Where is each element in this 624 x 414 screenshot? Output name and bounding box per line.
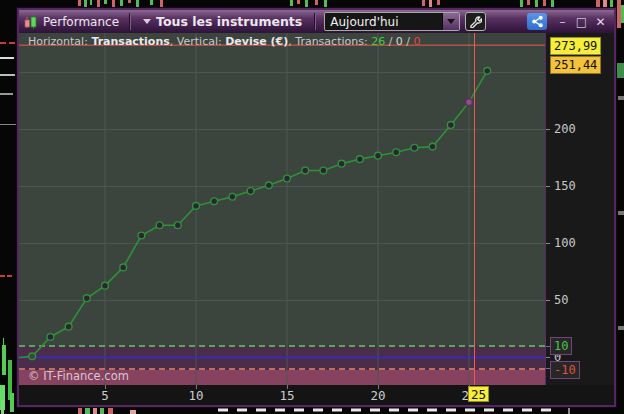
- data-point: [356, 156, 363, 163]
- cursor-x-badge: 25: [468, 386, 489, 402]
- data-point: [174, 222, 181, 229]
- y-tick-label: 200: [554, 122, 576, 136]
- data-point: [265, 182, 272, 189]
- highlighted-data-point: [466, 99, 473, 106]
- data-point: [229, 193, 236, 200]
- data-point: [193, 202, 200, 209]
- vertical-axis-value: Devise (€): [225, 35, 288, 48]
- data-point: [247, 188, 254, 195]
- instrument-dropdown[interactable]: Tous les instruments: [133, 14, 312, 29]
- x-tick-label: 20: [366, 388, 390, 403]
- watermark: © IT-Finance.com: [28, 369, 129, 383]
- y-tick-mark: [546, 243, 550, 244]
- data-point: [29, 353, 36, 360]
- last-value-badge: 251,44: [550, 56, 601, 74]
- share-button[interactable]: [527, 13, 547, 30]
- data-point: [411, 144, 418, 151]
- data-point: [393, 149, 400, 156]
- cursor-value-badge: 273,99: [550, 37, 601, 55]
- data-point: [47, 334, 54, 341]
- title-bar[interactable]: Performance Tous les instruments Aujourd…: [19, 10, 614, 33]
- chevron-down-icon: [447, 19, 455, 24]
- x-tick-label: 5: [93, 388, 117, 403]
- screen: Performance Tous les instruments Aujourd…: [0, 0, 624, 414]
- data-point: [284, 175, 291, 182]
- instrument-dropdown-label: Tous les instruments: [156, 14, 302, 29]
- losing-trades-count: 0: [414, 35, 421, 48]
- titlebar-separator: [314, 13, 316, 30]
- candlestick-chart-icon: [23, 14, 39, 30]
- chevron-down-icon: [143, 19, 151, 24]
- period-select-value: Aujourd'hui: [325, 15, 398, 29]
- horizontal-axis-value: Transactions: [91, 35, 169, 48]
- wrench-icon: [469, 15, 482, 28]
- lower-threshold-badge: -10: [550, 361, 580, 379]
- data-point: [484, 67, 491, 74]
- period-select-arrow-button[interactable]: [442, 13, 459, 30]
- y-tick-label: 50: [554, 293, 568, 307]
- settings-wrench-button[interactable]: [465, 12, 486, 31]
- window-title: Performance: [39, 15, 127, 29]
- period-select[interactable]: Aujourd'hui: [324, 12, 460, 31]
- data-point: [83, 295, 90, 302]
- x-axis: 51015202525: [19, 385, 614, 405]
- share-nodes-icon: [531, 15, 544, 28]
- data-point: [302, 167, 309, 174]
- data-point: [102, 282, 109, 289]
- y-tick-mark: [546, 186, 550, 187]
- chart-header-info: Horizontal: Transactions, Vertical: Devi…: [19, 33, 554, 50]
- minimize-button[interactable]: –: [555, 15, 570, 29]
- y-tick-mark: [546, 129, 550, 130]
- neutral-trades-count: 0: [396, 35, 403, 48]
- data-point: [120, 264, 127, 271]
- data-point: [375, 152, 382, 159]
- data-point: [320, 167, 327, 174]
- data-point: [156, 222, 163, 229]
- maximize-button[interactable]: □: [574, 15, 589, 29]
- data-point: [338, 160, 345, 167]
- y-tick-mark: [546, 357, 550, 358]
- y-tick-label: 150: [554, 179, 576, 193]
- performance-window: Performance Tous les instruments Aujourd…: [17, 8, 616, 407]
- x-tick-label: 10: [184, 388, 208, 403]
- upper-threshold-badge: 10: [550, 337, 572, 355]
- x-tick-label: 15: [275, 388, 299, 403]
- close-button[interactable]: ✕: [593, 15, 608, 29]
- y-tick-label: 100: [554, 236, 576, 250]
- data-point: [65, 323, 72, 330]
- titlebar-separator: [129, 13, 131, 30]
- data-point: [211, 198, 218, 205]
- data-point: [429, 143, 436, 150]
- winning-trades-count: 26: [371, 35, 385, 48]
- y-tick-mark: [546, 300, 550, 301]
- data-point: [447, 122, 454, 129]
- y-axis: 200150100500273,99251,4410-10: [545, 33, 614, 385]
- chart-area: Horizontal: Transactions, Vertical: Devi…: [19, 33, 614, 405]
- data-point: [138, 232, 145, 239]
- performance-line-chart[interactable]: [19, 33, 545, 385]
